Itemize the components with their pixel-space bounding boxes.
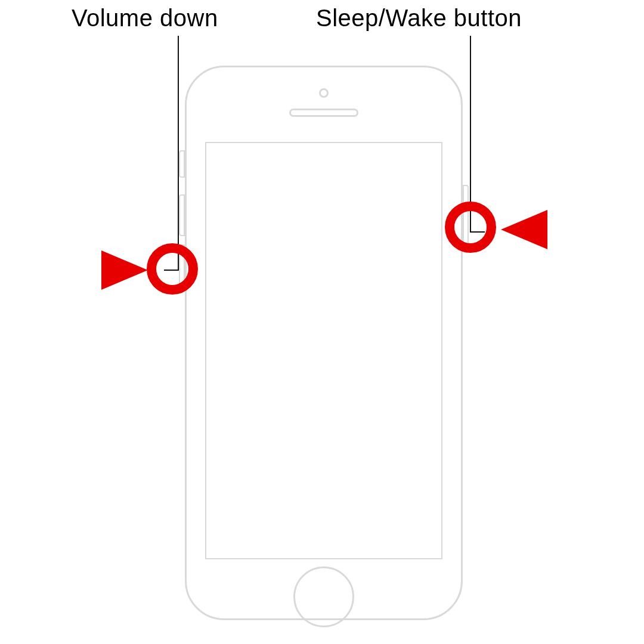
arrow-right-icon: [0, 237, 149, 303]
highlight-circle-volume-down: [147, 243, 198, 295]
label-volume-down: Volume down: [72, 5, 218, 32]
mute-switch: [179, 150, 185, 178]
home-button: [293, 566, 354, 627]
speaker-grille: [289, 109, 358, 117]
label-sleep-wake: Sleep/Wake button: [316, 5, 522, 32]
volume-up-button: [179, 194, 185, 236]
arrow-left-icon: [500, 197, 644, 262]
highlight-circle-sleep-wake: [445, 202, 496, 253]
camera-icon: [319, 88, 329, 98]
phone-screen: [205, 142, 442, 559]
diagram-stage: Volume down Sleep/Wake button: [0, 0, 644, 644]
